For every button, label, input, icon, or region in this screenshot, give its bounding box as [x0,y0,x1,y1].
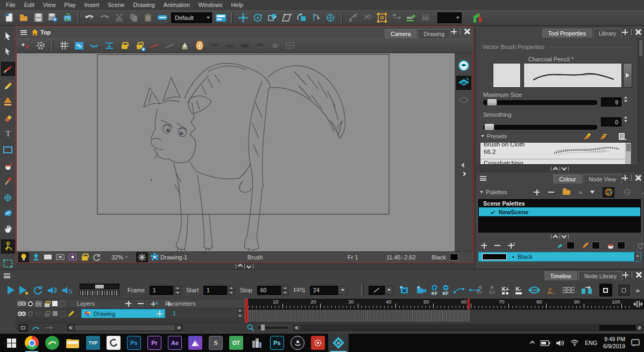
delete-keyframe-button[interactable] [398,284,410,296]
add-view-button[interactable] [622,29,628,35]
notifications-icon[interactable] [631,339,640,347]
remove-colour-button[interactable] [494,243,500,249]
menu-windows[interactable]: Windows [195,1,227,9]
splitter-down-icon[interactable] [561,165,567,171]
exposure-track-empty[interactable] [470,310,644,322]
node-view-button[interactable] [391,12,402,24]
colour-list-scrollbar[interactable] [634,252,640,261]
layer-enable-icon[interactable] [28,311,33,316]
frames-hscroll[interactable] [293,325,643,331]
stop-down-button[interactable] [281,291,289,295]
taskbar-app-clipstudio[interactable] [103,334,124,352]
show-layers-icon[interactable] [35,301,42,307]
close-view-button[interactable] [464,29,470,34]
maximum-size-up-icon[interactable] [624,96,627,98]
status-color-swatch[interactable] [450,254,458,261]
preset-item[interactable]: Brush on Cloth 66.2 [480,143,631,159]
palette-options-icon[interactable] [640,188,644,196]
sound-button[interactable] [47,286,57,294]
add-drawing-layer-button[interactable]: ✎ [150,301,159,307]
current-drawing[interactable]: Drawing-1 [151,253,187,261]
smoothing-down-icon[interactable] [624,120,627,122]
show-all-thumbnails-icon[interactable] [18,301,26,306]
toolbar-overflow[interactable]: » [636,286,640,294]
menu-edit[interactable]: Edit [20,1,38,9]
tray-clock[interactable]: 9:49 PM 6/9/2019 [603,336,625,350]
taskbar-app-aftereffects[interactable]: Ae [165,334,185,352]
selection-preview-icon[interactable] [68,251,77,263]
tool-presets-button[interactable] [347,12,359,24]
paste-reverse-icon[interactable] [581,286,593,294]
text-tool[interactable]: T [2,128,14,140]
add-peg-button[interactable] [405,12,417,24]
menu-play[interactable]: Play [60,1,79,9]
ruler-resize-icon[interactable] [633,300,643,308]
battery-icon[interactable] [540,340,550,346]
rectangle-tool[interactable] [2,144,14,156]
color-card-icon[interactable] [136,252,148,262]
enable-disable-icon[interactable] [28,301,33,306]
menu-file[interactable]: File [2,1,19,9]
group-layer-icon[interactable] [458,94,470,106]
frame-ruler[interactable]: 10 20 30 40 50 60 70 80 90 100 [245,299,644,309]
tab-drawing[interactable]: Drawing [417,29,450,38]
timeline-frames[interactable]: 10 20 30 40 50 60 70 80 90 100 [245,299,644,323]
taskbar-app-obs[interactable] [287,334,308,352]
add-colour-button[interactable] [481,243,487,249]
start-down-button[interactable] [228,291,235,295]
wifi-icon[interactable] [570,340,579,346]
tab-timeline[interactable]: Timeline [544,271,577,280]
add-view-button[interactable] [622,272,628,278]
safe-frame-icon[interactable] [55,251,65,263]
pencil-colour-swatch[interactable] [592,242,600,249]
stamp-tool[interactable] [2,96,14,108]
close-view-button[interactable] [635,272,641,278]
eraser-tool[interactable] [2,112,14,124]
stop-up-button[interactable] [281,286,289,290]
preset-list-scrollbar[interactable] [625,143,631,164]
skew-tool-button[interactable] [281,12,293,24]
preset-item[interactable]: Crosshatching [480,159,631,165]
select-tool[interactable] [2,30,14,42]
playback-speed-slider[interactable] [80,284,119,297]
stitch-red-icon[interactable] [148,40,160,52]
link-palette-button[interactable] [563,190,570,195]
add-view-button[interactable] [451,29,457,34]
transform-tool-button[interactable] [295,12,307,24]
onion-next-drawing-icon[interactable] [239,40,251,52]
brush-tool[interactable] [1,62,15,76]
brush-preview-expand-button[interactable] [623,63,632,88]
onion-skin-button[interactable] [194,40,206,52]
contour-editor-tool[interactable] [2,208,14,220]
tab-node-library[interactable]: Node Library [578,271,622,280]
set-ease-icon[interactable]: Z [547,286,556,294]
hand-tool[interactable] [2,223,14,235]
palettes-collapse-icon[interactable] [480,191,483,193]
motion-keyframe-icon[interactable] [454,286,464,294]
fps-input[interactable]: 24 [310,286,338,295]
add-palette-button[interactable] [534,189,540,195]
frame-input[interactable]: 1 [150,286,173,295]
splitter-down-icon[interactable] [246,264,251,269]
select-mode-icon[interactable] [52,301,58,306]
maximum-size-slider-thumb[interactable] [487,98,497,106]
render-view-toggle-icon[interactable] [472,12,484,24]
view-menu-icon[interactable] [20,30,27,35]
show-workspace-button[interactable] [215,12,227,24]
maximum-size-down-icon[interactable] [624,100,627,102]
align-handles-button[interactable] [103,40,115,52]
menu-animation[interactable]: Animation [160,1,194,9]
fps-dropdown-button[interactable] [338,286,348,295]
new-scene-button[interactable] [3,12,15,24]
show-data-view-icon[interactable] [528,286,540,294]
inverse-kinematics-tool[interactable] [1,240,15,254]
unlock-add-button[interactable] [133,40,145,52]
layers-scroll-up[interactable] [237,308,243,313]
stitch-grey-icon[interactable] [164,40,175,52]
taskbar-app-explorer[interactable] [62,334,83,352]
layer-lock-icon[interactable] [45,313,49,317]
workspace-select[interactable]: Default [171,12,212,23]
dropper-tool[interactable] [2,176,14,188]
taskbar-app-avast[interactable] [308,334,328,352]
next-keyframe-button[interactable]: KF [489,285,495,295]
